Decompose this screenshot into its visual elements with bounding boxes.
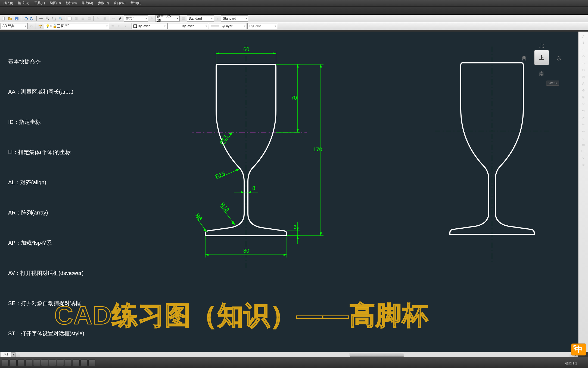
polar-toggle[interactable] bbox=[25, 360, 32, 366]
otrack-toggle[interactable] bbox=[41, 360, 48, 366]
dim-style-edit-button[interactable]: ✎ bbox=[149, 16, 155, 22]
scale-tool-button[interactable]: ⤢ bbox=[579, 114, 587, 121]
sc-toggle[interactable] bbox=[80, 360, 88, 366]
dim-style-dropdown[interactable]: 样式 1 bbox=[124, 16, 148, 22]
menu-help[interactable]: 帮助(H) bbox=[128, 1, 144, 5]
arc-tool-button[interactable]: ◠ bbox=[579, 53, 587, 60]
wcs-label[interactable]: WCS bbox=[546, 81, 559, 86]
design-center-button[interactable]: ▦ bbox=[73, 16, 79, 22]
qp-toggle[interactable] bbox=[73, 360, 80, 366]
markup-button[interactable]: ✎ bbox=[95, 16, 101, 22]
shortcut-title: 基本快捷命令 bbox=[8, 57, 84, 67]
menu-modify[interactable]: 修改(M) bbox=[79, 1, 95, 5]
fillet-tool-button[interactable]: ◟ bbox=[579, 135, 587, 141]
array-tool-button[interactable]: ⋮⋮ bbox=[579, 148, 587, 155]
workspace-settings-button[interactable]: ⚙ bbox=[28, 23, 34, 29]
linetype-dropdown[interactable]: ByLayer bbox=[167, 23, 208, 29]
zoom-prev-button[interactable]: 🔍 bbox=[58, 16, 64, 22]
viewcube-top[interactable]: 上 bbox=[534, 50, 549, 65]
dyn-toggle[interactable] bbox=[57, 360, 64, 366]
view-cube[interactable]: 北 南 西 东 上 bbox=[521, 37, 562, 78]
mleader-button[interactable]: ↘ bbox=[214, 16, 220, 22]
layer-properties-button[interactable] bbox=[37, 23, 43, 29]
rotate-tool-button[interactable]: ↻ bbox=[579, 101, 587, 107]
lineweight-preview bbox=[211, 26, 219, 26]
ortho-toggle[interactable] bbox=[17, 360, 24, 366]
viewcube-north[interactable]: 北 bbox=[521, 42, 562, 49]
block-button[interactable]: ▣ bbox=[102, 16, 108, 22]
mirror-tool-button[interactable]: ⇋ bbox=[579, 108, 587, 114]
viewcube-east[interactable]: 东 bbox=[556, 55, 561, 62]
redo-button[interactable] bbox=[29, 16, 35, 22]
scroll-left-button[interactable]: ◀ bbox=[11, 352, 15, 357]
menu-insert[interactable]: 插入(I) bbox=[1, 1, 15, 5]
toolbar-standard: 🔍 ▦ ☰ ▤ ✎ ▣ ✏ A 样式 1 ✎ 副本 ISO-25 ▦ Stand… bbox=[0, 15, 588, 22]
copy-tool-button[interactable]: ⎘ bbox=[579, 94, 587, 100]
menu-draw[interactable]: 绘图(D) bbox=[47, 1, 63, 5]
polyline-tool-button[interactable]: ⌇ bbox=[579, 39, 587, 46]
drawing-area[interactable]: 基本快捷命令 AA：测量区域和周长(area) ID：指定坐标 LI：指定集体(… bbox=[0, 32, 578, 352]
save-button[interactable] bbox=[14, 16, 20, 22]
menu-window[interactable]: 窗口(W) bbox=[111, 1, 128, 5]
viewcube-west[interactable]: 西 bbox=[522, 55, 527, 62]
extend-tool-button[interactable]: ↦ bbox=[579, 128, 587, 134]
model-toggle[interactable] bbox=[88, 360, 95, 366]
new-button[interactable] bbox=[1, 16, 7, 22]
menu-format[interactable]: 格式(O) bbox=[15, 1, 32, 5]
ime-indicator[interactable]: 中 bbox=[571, 344, 586, 355]
menu-dimension[interactable]: 标注(N) bbox=[63, 1, 79, 5]
properties-button[interactable] bbox=[67, 16, 73, 22]
ellipse-tool-button[interactable]: ⬭ bbox=[579, 67, 587, 73]
trim-tool-button[interactable]: ✂ bbox=[579, 121, 587, 128]
circle-tool-button[interactable]: ○ bbox=[579, 46, 587, 53]
lineweight-dropdown[interactable]: ByLayer bbox=[209, 23, 247, 29]
layer-previous-button[interactable]: ↶ bbox=[116, 23, 122, 29]
color-swatch bbox=[133, 24, 137, 28]
dim-80: 80 bbox=[243, 248, 249, 254]
viewcube-south[interactable]: 南 bbox=[521, 70, 562, 77]
open-button[interactable] bbox=[7, 16, 13, 22]
layer-state-button[interactable]: ▾ bbox=[123, 23, 129, 29]
layer-dropdown[interactable]: 💡 ☀ 🔓 图层2 bbox=[44, 23, 109, 29]
layer-match-button[interactable]: ≋ bbox=[110, 23, 116, 29]
hatch-tool-button[interactable]: ▨ bbox=[579, 73, 587, 80]
status-bar bbox=[0, 357, 588, 368]
lwt-toggle[interactable] bbox=[65, 360, 72, 366]
sheet-set-button[interactable]: ▤ bbox=[86, 16, 92, 22]
rectangle-tool-button[interactable]: ▭ bbox=[579, 60, 587, 66]
layout-tab[interactable]: 局2 bbox=[1, 352, 11, 357]
menu-tools[interactable]: 工具(T) bbox=[32, 1, 47, 5]
scroll-thumb[interactable] bbox=[350, 353, 404, 357]
dimstyle-select-dropdown[interactable]: 副本 ISO-25 bbox=[155, 16, 180, 22]
ducs-toggle[interactable] bbox=[49, 360, 56, 366]
pan-button[interactable] bbox=[38, 16, 44, 22]
move-tool-button[interactable]: ✥ bbox=[579, 87, 587, 94]
grid-toggle[interactable] bbox=[10, 360, 17, 366]
erase-tool-button[interactable]: ✕ bbox=[579, 155, 587, 162]
layout-tabs-bar: 局2 ◀ ▶ bbox=[0, 352, 578, 357]
linetype-label: ByLayer bbox=[182, 24, 194, 28]
explode-tool-button[interactable]: ✶ bbox=[579, 162, 587, 168]
horizontal-scrollbar[interactable] bbox=[20, 352, 570, 357]
text-tool-button[interactable]: A bbox=[579, 80, 587, 87]
paint-button[interactable]: ✏ bbox=[111, 16, 117, 22]
mleader-style-dropdown[interactable]: Standard bbox=[221, 16, 248, 22]
dim-r6: R6 bbox=[194, 212, 203, 222]
tool-palettes-button[interactable]: ☰ bbox=[80, 16, 86, 22]
table-style-button[interactable]: ▦ bbox=[180, 16, 186, 22]
line-tool-button[interactable]: ╱ bbox=[579, 33, 587, 39]
color-dropdown[interactable]: ByLayer bbox=[132, 23, 167, 29]
osnap-toggle[interactable] bbox=[33, 360, 40, 366]
workspace-dropdown[interactable]: AD 经典 bbox=[1, 23, 28, 29]
offset-tool-button[interactable]: ⇉ bbox=[579, 142, 587, 148]
text-style-button[interactable]: A bbox=[117, 16, 123, 22]
shortcut-line: AL：对齐(align) bbox=[8, 177, 84, 188]
undo-button[interactable] bbox=[23, 16, 29, 22]
svg-rect-6 bbox=[68, 17, 71, 20]
plotstyle-dropdown[interactable]: ByColor bbox=[247, 23, 277, 29]
text-style-dropdown[interactable]: Standard bbox=[187, 16, 214, 22]
zoom-button[interactable] bbox=[45, 16, 51, 22]
menu-parametric[interactable]: 参数(P) bbox=[95, 1, 111, 5]
snap-toggle[interactable] bbox=[2, 360, 9, 366]
zoom-window-button[interactable] bbox=[51, 16, 57, 22]
